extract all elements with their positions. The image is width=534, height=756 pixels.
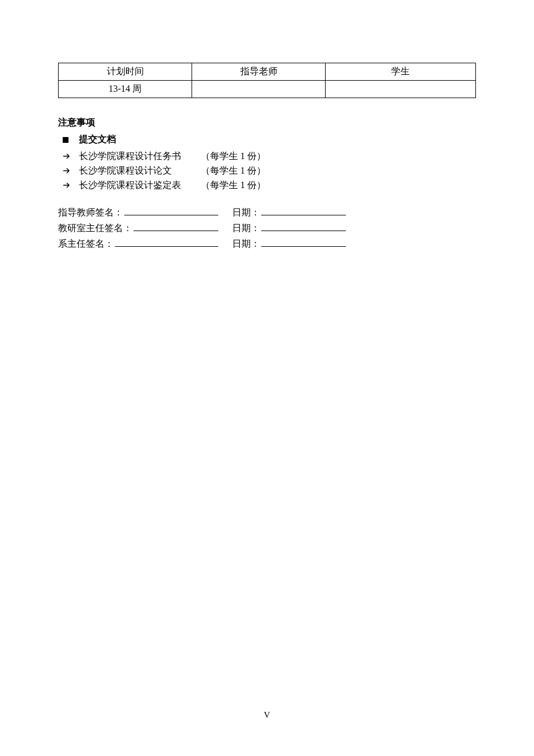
notes-heading: 注意事项 [58, 117, 476, 129]
table-header: 指导老师 [192, 63, 326, 81]
date-underline [261, 237, 346, 247]
arrow-right-icon [63, 181, 71, 189]
date-label: 日期： [232, 205, 260, 220]
doc-title: 长沙学院课程设计任务书 [79, 149, 201, 164]
list-item: 长沙学院课程设计任务书 （每学生 1 份） [63, 149, 476, 164]
submit-heading-text: 提交文档 [79, 134, 116, 146]
signature-underline [124, 206, 218, 215]
doc-title: 长沙学院课程设计论文 [79, 164, 201, 178]
date-label: 日期： [232, 221, 260, 236]
signature-line: 指导教师签名： 日期： [58, 205, 476, 220]
table-header: 学生 [326, 63, 476, 81]
signature-label: 指导教师签名： [58, 205, 123, 220]
signature-line: 系主任签名： 日期： [58, 236, 476, 251]
date-label: 日期： [232, 236, 260, 251]
signature-label: 教研室主任签名： [58, 221, 132, 236]
schedule-table: 计划时间 指导老师 学生 13-14 周 [58, 63, 476, 98]
arrow-right-icon [63, 152, 71, 160]
list-item: 长沙学院课程设计鉴定表 （每学生 1 份） [63, 178, 476, 193]
square-bullet-icon [63, 137, 68, 143]
doc-note: （每学生 1 份） [201, 164, 266, 178]
signature-label: 系主任签名： [58, 236, 114, 251]
submit-heading: 提交文档 [63, 134, 476, 146]
page-number: V [0, 710, 534, 720]
signature-underline [115, 237, 218, 247]
table-cell: 13-14 周 [59, 81, 192, 98]
doc-note: （每学生 1 份） [201, 149, 266, 164]
table-row: 13-14 周 [59, 81, 476, 98]
date-underline [261, 222, 346, 231]
signature-line: 教研室主任签名： 日期： [58, 221, 476, 236]
arrow-right-icon [63, 167, 71, 175]
signature-underline [134, 222, 218, 231]
signature-block: 指导教师签名： 日期： 教研室主任签名： 日期： 系主任签名： 日期： [58, 205, 476, 251]
table-header-row: 计划时间 指导老师 学生 [59, 63, 476, 81]
doc-note: （每学生 1 份） [201, 178, 266, 193]
table-cell [326, 81, 476, 98]
doc-title: 长沙学院课程设计鉴定表 [79, 178, 201, 193]
table-cell [192, 81, 326, 98]
date-underline [261, 206, 346, 215]
table-header: 计划时间 [59, 63, 192, 81]
list-item: 长沙学院课程设计论文 （每学生 1 份） [63, 164, 476, 178]
document-list: 长沙学院课程设计任务书 （每学生 1 份） 长沙学院课程设计论文 （每学生 1 … [58, 149, 476, 192]
